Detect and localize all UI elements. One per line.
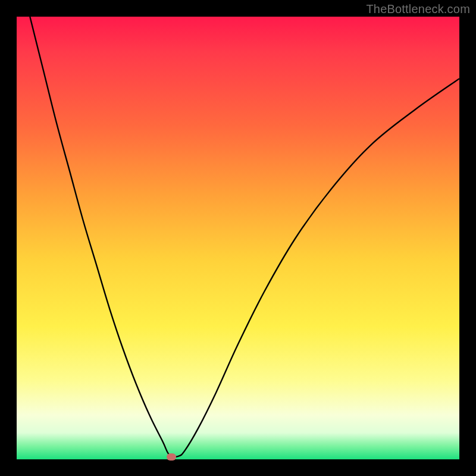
bottleneck-curve xyxy=(30,17,459,457)
plot-area xyxy=(17,17,459,459)
watermark-text: TheBottleneck.com xyxy=(366,2,470,16)
optimal-marker xyxy=(167,453,176,461)
chart-frame: TheBottleneck.com xyxy=(0,0,476,476)
curve-svg xyxy=(17,17,459,459)
